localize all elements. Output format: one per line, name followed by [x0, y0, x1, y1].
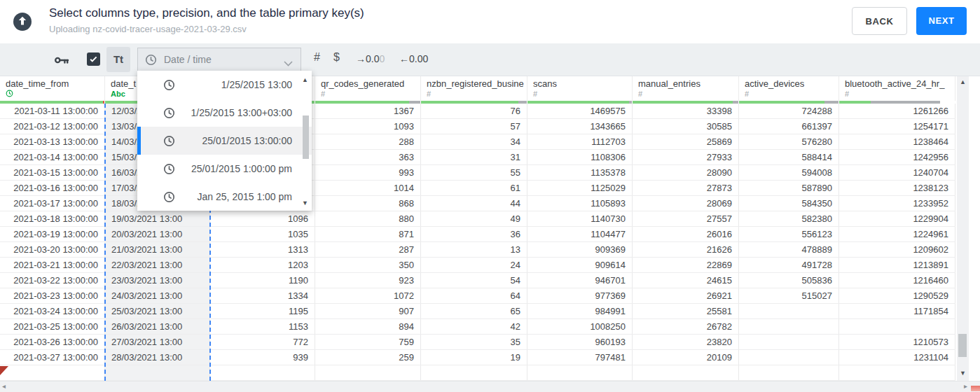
date-format-option[interactable]: 1/25/2015 13:00+03:00 — [137, 99, 312, 127]
table-row-empty — [0, 365, 955, 381]
page-title: Select columns type, precision, and the … — [49, 6, 364, 20]
table-cell: 31 — [421, 150, 527, 164]
table-cell: 977369 — [527, 288, 633, 303]
back-button[interactable]: BACK — [852, 7, 907, 35]
table-cell: 588414 — [739, 150, 839, 164]
table-cell: 1135378 — [527, 165, 633, 180]
clock-icon — [163, 135, 175, 147]
horizontal-scrollbar[interactable] — [0, 381, 980, 392]
column-header-manual_entries[interactable]: manual_entries# — [633, 76, 739, 101]
table-cell: 2021-03-14 13:00:00 — [0, 150, 105, 164]
table-cell: 772 — [210, 335, 315, 349]
table-cell — [739, 335, 839, 349]
increase-decimals-button[interactable]: ←0.00 — [399, 53, 428, 64]
column-name: nzbn_registered_busine — [427, 78, 527, 89]
uploading-file-subtitle: Uploading nz-covid-tracer-usage-2021-03-… — [49, 24, 247, 34]
column-type-label: # — [638, 90, 738, 99]
clock-icon — [163, 163, 175, 175]
column-header-date_time_from[interactable]: date_time_from — [0, 76, 105, 101]
wizard-header: Select columns type, precision, and the … — [0, 0, 980, 44]
currency-type-icon[interactable]: $ — [333, 51, 340, 64]
table-cell: 1231104 — [839, 350, 955, 365]
table-cell: 1190 — [210, 273, 315, 288]
table-cell: 939 — [210, 350, 315, 365]
column-type-label: # — [845, 90, 955, 99]
next-button[interactable]: NEXT — [916, 7, 967, 35]
table-cell: 1105893 — [527, 196, 633, 211]
table-cell: 54 — [421, 273, 527, 288]
table-cell: 2021-03-18 13:00:00 — [0, 211, 105, 226]
column-type-label: # — [533, 90, 632, 99]
table-cell: 42 — [421, 319, 527, 334]
table-cell — [739, 350, 839, 365]
table-cell — [633, 365, 739, 380]
table-cell: 1195 — [210, 304, 315, 318]
table-cell: 1008250 — [527, 319, 633, 334]
table-cell: 23/03/2021 13:00 — [105, 273, 210, 288]
vertical-scrollbar-thumb[interactable] — [958, 334, 967, 357]
column-header-bluetooth_active_24_hr_[interactable]: bluetooth_active_24_hr_# — [839, 76, 955, 101]
table-cell: 584350 — [739, 196, 839, 211]
table-cell: 923 — [315, 273, 421, 288]
table-row: 2021-03-27 13:00:0028/03/2021 13:0093925… — [0, 350, 955, 365]
table-cell: 25869 — [633, 134, 739, 149]
table-cell — [739, 365, 839, 380]
date-format-option-label: 1/25/2015 13:00 — [175, 79, 292, 90]
table-cell: 65 — [421, 304, 527, 318]
table-cell: 22/03/2021 13:00 — [105, 258, 210, 272]
scroll-up-arrow-icon[interactable]: ▲ — [958, 78, 967, 85]
date-format-option[interactable]: 25/01/2015 1:00:00 pm — [137, 155, 312, 183]
table-cell — [839, 365, 955, 380]
table-cell: 1140730 — [527, 211, 633, 226]
table-cell: 1334 — [210, 288, 315, 303]
table-cell: 587890 — [739, 181, 839, 195]
date-format-option[interactable]: 1/25/2015 13:00 — [137, 71, 312, 99]
table-cell — [739, 319, 839, 334]
table-cell: 24 — [421, 258, 527, 272]
table-cell: 1229904 — [839, 211, 955, 226]
include-column-checkbox[interactable] — [87, 52, 100, 66]
scroll-down-arrow-icon[interactable]: ▼ — [958, 370, 967, 377]
table-cell: 1367 — [315, 104, 421, 118]
column-header-nzbn_registered_busine[interactable]: nzbn_registered_busine# — [421, 76, 527, 101]
date-format-option[interactable]: 25/01/2015 13:00:00 — [137, 127, 312, 155]
table-cell: 724288 — [739, 104, 839, 118]
decrease-decimals-button[interactable]: →0.00 — [356, 53, 385, 64]
dropdown-scroll-down-icon[interactable]: ▼ — [302, 200, 308, 206]
column-header-active_devices[interactable]: active_devices# — [739, 76, 839, 101]
table-row: 2021-03-23 13:00:0024/03/2021 13:0013341… — [0, 288, 955, 304]
dropdown-scrollbar-thumb[interactable] — [303, 115, 309, 159]
table-cell — [0, 365, 105, 380]
table-cell: 1035 — [210, 227, 315, 241]
table-cell: 1093 — [315, 119, 421, 134]
scroll-right-arrow-icon[interactable]: ▸ — [964, 382, 967, 390]
table-cell: 24/03/2021 13:00 — [105, 288, 210, 303]
table-cell: 871 — [315, 227, 421, 241]
column-header-qr_codes_generated[interactable]: qr_codes_generated# — [315, 76, 421, 101]
primary-key-icon[interactable] — [53, 52, 70, 69]
date-format-option-label: 25/01/2015 13:00:00 — [175, 135, 292, 146]
chevron-down-icon — [284, 57, 293, 69]
table-cell: 49 — [421, 211, 527, 226]
table-cell — [105, 365, 210, 380]
table-cell — [421, 365, 527, 380]
table-cell: 1014 — [315, 181, 421, 195]
table-cell: 1343665 — [527, 119, 633, 134]
text-type-button[interactable]: Tt — [106, 47, 130, 72]
table-cell — [527, 365, 633, 380]
column-header-scans[interactable]: scans# — [527, 76, 633, 101]
table-cell: 19/03/2021 13:00 — [105, 211, 210, 226]
table-row: 2021-03-26 13:00:0027/03/2021 13:0077275… — [0, 335, 955, 350]
dropdown-scroll-up-icon[interactable]: ▲ — [302, 76, 308, 83]
column-name: date_time_from — [6, 78, 104, 89]
column-type-select[interactable]: Date / time — [137, 48, 301, 71]
scroll-left-arrow-icon[interactable]: ◂ — [2, 382, 6, 390]
upload-wizard-window: Select columns type, precision, and the … — [0, 0, 980, 392]
table-cell: 26782 — [633, 319, 739, 334]
number-type-icon[interactable]: # — [314, 51, 320, 64]
table-cell: 288 — [315, 134, 421, 149]
date-format-option[interactable]: Jan 25, 2015 1:00 pm — [137, 183, 312, 211]
date-format-option-label: 1/25/2015 13:00+03:00 — [175, 107, 292, 118]
table-cell: 491728 — [739, 258, 839, 272]
table-cell: 2021-03-12 13:00:00 — [0, 119, 105, 134]
